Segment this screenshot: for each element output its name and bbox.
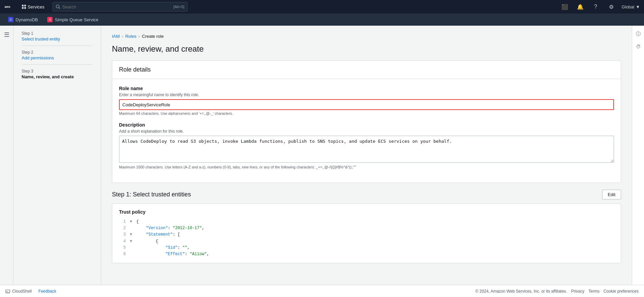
right-sidebar: ⓘ ⏱ xyxy=(632,26,644,285)
code-line-2: 2 "Version": "2012-10-17", xyxy=(119,225,614,232)
trusted-entities-title: Step 1: Select trusted entities xyxy=(112,191,191,198)
chevron-down-icon: ▼ xyxy=(636,4,640,9)
privacy-link[interactable]: Privacy xyxy=(571,289,584,294)
breadcrumb-current: Create role xyxy=(142,34,164,39)
collapse-2 xyxy=(130,225,132,232)
page-title: Name, review, and create xyxy=(112,44,621,54)
role-name-label: Role name xyxy=(119,86,614,91)
svg-point-5 xyxy=(56,5,59,8)
role-name-hint: Enter a meaningful name to identify this… xyxy=(119,92,614,97)
svg-rect-3 xyxy=(22,7,24,9)
top-nav: aws Services [Alt+S] ⬛ 🔔 ? ⚙ Global ▼ xyxy=(0,0,644,14)
description-group: Description Add a short explanation for … xyxy=(119,122,614,169)
step-3-label: Step 3 xyxy=(22,69,93,74)
edit-button[interactable]: Edit xyxy=(602,190,621,199)
line-content-6: "Effect": "Allow", xyxy=(136,251,209,258)
search-icon xyxy=(56,4,60,9)
role-details-header: Role details xyxy=(112,61,621,79)
code-line-1: 1 ▼ { xyxy=(119,219,614,225)
main-layout: ☰ Step 1 Select trusted entity Step 2 Ad… xyxy=(0,26,644,285)
services-label: Services xyxy=(28,4,45,9)
line-num-4: 4 xyxy=(119,238,126,245)
description-hint: Add a short explanation for this role. xyxy=(119,129,614,134)
cookie-preferences-link[interactable]: Cookie preferences xyxy=(604,289,639,294)
dynamodb-icon: D xyxy=(8,17,13,22)
step-3-current: Name, review, and create xyxy=(22,74,93,79)
role-details-card: Role details Role name Enter a meaningfu… xyxy=(112,60,621,183)
step-1-label: Step 1 xyxy=(22,31,93,36)
step-3-item: Step 3 Name, review, and create xyxy=(22,69,93,79)
line-content-1: { xyxy=(136,219,139,225)
main-content: IAM › Roles › Create role Name, review, … xyxy=(101,26,632,285)
settings-icon[interactable]: ⚙ xyxy=(606,2,616,12)
sidebar-toggle: ☰ xyxy=(0,26,13,285)
code-line-3: 3 ▼ "Statement": [ xyxy=(119,232,614,238)
service-tab-dynamodb[interactable]: D DynamoDB xyxy=(4,15,42,24)
notifications-icon[interactable]: 🔔 xyxy=(575,2,585,12)
svg-rect-2 xyxy=(24,5,26,6)
role-details-body: Role name Enter a meaningful name to ide… xyxy=(112,79,621,183)
footer-right: © 2024, Amazon Web Services, Inc. or its… xyxy=(475,289,639,294)
collapse-5 xyxy=(130,245,132,251)
breadcrumb-iam[interactable]: IAM xyxy=(112,34,120,39)
collapse-1[interactable]: ▼ xyxy=(130,219,132,225)
collapse-4[interactable]: ▼ xyxy=(130,238,132,245)
breadcrumb-roles[interactable]: Roles xyxy=(125,34,136,39)
global-region-button[interactable]: Global ▼ xyxy=(622,4,640,9)
info-icon[interactable]: ⓘ xyxy=(635,30,642,38)
cloud-upload-icon[interactable]: ⬛ xyxy=(560,2,570,12)
line-content-4: { xyxy=(136,238,158,245)
service-tab-sqs[interactable]: S Simple Queue Service xyxy=(43,15,102,24)
trusted-entities-section: Step 1: Select trusted entities Edit Tru… xyxy=(112,190,621,263)
search-bar: [Alt+S] xyxy=(53,2,187,11)
trust-policy-code: 1 ▼ { 2 "Version": "2012-10-17", 3 ▼ xyxy=(119,219,614,258)
svg-rect-4 xyxy=(24,7,26,9)
collapse-6 xyxy=(130,251,132,258)
steps-sidebar: Step 1 Select trusted entity Step 2 Add … xyxy=(13,26,101,285)
description-label: Description xyxy=(119,122,614,128)
collapse-3[interactable]: ▼ xyxy=(130,232,132,238)
cloudshell-button[interactable]: CloudShell xyxy=(5,289,32,294)
cloudshell-icon xyxy=(5,289,10,294)
footer: CloudShell Feedback © 2024, Amazon Web S… xyxy=(0,285,644,297)
hamburger-button[interactable]: ☰ xyxy=(3,30,11,40)
feedback-link[interactable]: Feedback xyxy=(38,289,56,294)
role-name-group: Role name Enter a meaningful name to ide… xyxy=(119,86,614,115)
role-name-input[interactable] xyxy=(119,99,614,110)
step-2-item: Step 2 Add permissions xyxy=(22,50,93,60)
code-line-4: 4 ▼ { xyxy=(119,238,614,245)
help-icon[interactable]: ? xyxy=(591,2,601,12)
svg-line-6 xyxy=(59,8,60,9)
services-button[interactable]: Services xyxy=(19,3,47,11)
role-name-constraint: Maximum 64 characters. Use alphanumeric … xyxy=(119,111,614,115)
line-content-5: "Sid": "", xyxy=(136,245,189,251)
step-divider-1 xyxy=(22,46,93,46)
description-textarea[interactable] xyxy=(119,136,614,163)
code-line-5: 5 "Sid": "", xyxy=(119,245,614,251)
code-line-6: 6 "Effect": "Allow", xyxy=(119,251,614,258)
search-shortcut: [Alt+S] xyxy=(173,5,184,9)
step-section-header: Step 1: Select trusted entities Edit xyxy=(112,190,621,199)
footer-copyright: © 2024, Amazon Web Services, Inc. or its… xyxy=(475,289,567,294)
breadcrumb-sep-2: › xyxy=(139,34,140,39)
service-tabs: D DynamoDB S Simple Queue Service xyxy=(0,14,644,26)
terms-link[interactable]: Terms xyxy=(588,289,599,294)
cloudshell-label: CloudShell xyxy=(12,289,32,294)
step-2-label: Step 2 xyxy=(22,50,93,55)
history-icon[interactable]: ⏱ xyxy=(635,43,642,51)
line-num-5: 5 xyxy=(119,245,126,251)
breadcrumb: IAM › Roles › Create role xyxy=(112,34,621,39)
sqs-label: Simple Queue Service xyxy=(55,17,98,22)
nav-right: ⬛ 🔔 ? ⚙ Global ▼ xyxy=(560,2,640,12)
line-content-2: "Version": "2012-10-17", xyxy=(136,225,204,232)
step-1-link[interactable]: Select trusted entity xyxy=(22,36,60,42)
search-input[interactable] xyxy=(62,4,171,9)
step-2-link[interactable]: Add permissions xyxy=(22,55,54,60)
svg-text:aws: aws xyxy=(4,5,10,9)
line-num-2: 2 xyxy=(119,225,126,232)
line-num-1: 1 xyxy=(119,219,126,225)
line-content-3: "Statement": [ xyxy=(136,232,180,238)
trust-policy-card: Trust policy 1 ▼ { 2 "Version": "2012-10… xyxy=(112,204,621,263)
aws-logo: aws xyxy=(4,2,13,11)
breadcrumb-sep-1: › xyxy=(122,34,123,39)
